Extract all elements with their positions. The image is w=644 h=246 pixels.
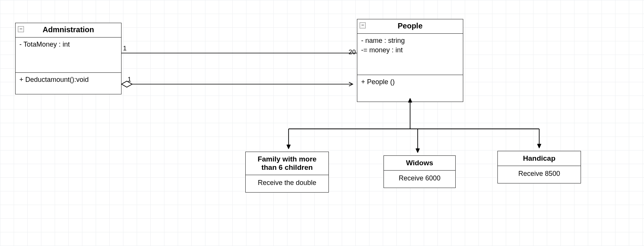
class-widows-title: Widows [384, 156, 455, 171]
class-administration[interactable]: − Admnistration - TotaMoney : int + Dedu… [15, 23, 122, 94]
class-handicap-title: Handicap [498, 151, 581, 166]
class-administration-attr: - TotaMoney : int [19, 40, 117, 49]
class-people-op: + People () [361, 77, 459, 87]
class-family-body: Receive the double [246, 175, 328, 192]
minus-icon[interactable]: − [360, 22, 366, 28]
multiplicity-label: 1 [123, 45, 126, 52]
class-family-title: Family with more than 6 children [246, 152, 328, 175]
generalization-people-subclasses [289, 99, 539, 152]
multiplicity-label: 20 [349, 49, 356, 56]
minus-icon[interactable]: − [18, 26, 24, 32]
class-handicap[interactable]: Handicap Receive 8500 [497, 151, 581, 183]
class-people-title: People [398, 22, 423, 30]
class-administration-title: Admnistration [43, 25, 94, 34]
class-people[interactable]: − People - name : string -= money : int … [357, 19, 463, 102]
class-administration-op: + Deductamount():void [19, 75, 117, 85]
diagram-canvas: − Admnistration - TotaMoney : int + Dedu… [0, 0, 644, 246]
multiplicity-label: 1 [128, 76, 131, 83]
class-widows-body: Receive 6000 [384, 171, 455, 188]
aggregation-admin-people [122, 81, 352, 87]
class-widows[interactable]: Widows Receive 6000 [384, 155, 456, 188]
class-family[interactable]: Family with more than 6 children Receive… [245, 152, 329, 193]
class-people-attr: -= money : int [361, 45, 459, 55]
class-people-attr: - name : string [361, 36, 459, 45]
class-handicap-body: Receive 8500 [498, 166, 581, 183]
